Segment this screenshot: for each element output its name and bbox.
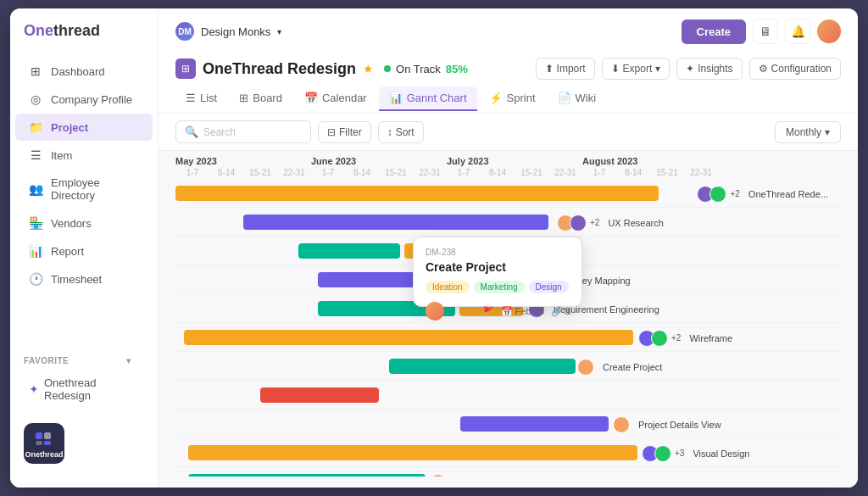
gantt-bar-onethread <box>175 186 659 201</box>
svg-rect-0 <box>36 432 42 439</box>
gantt-bar-dribbble <box>188 474 426 477</box>
tab-gantt[interactable]: 📊 Gannt Chart <box>379 86 477 111</box>
sprint-icon: ⚡ <box>489 92 503 104</box>
flag-icon: 🚩 <box>482 306 494 317</box>
item-icon: ☰ <box>29 148 42 162</box>
avatar-group-visual <box>642 445 671 462</box>
month-june: June 2023 1-7 8-14 15-21 22-31 <box>311 156 447 177</box>
import-button[interactable]: ⬆ Import <box>536 58 595 80</box>
dashboard-icon: ⊞ <box>29 64 42 78</box>
monthly-toggle[interactable]: Monthly ▾ <box>775 121 841 143</box>
gantt-bar-ux-research <box>243 215 548 230</box>
create-button[interactable]: Create <box>682 20 746 44</box>
footer-logo: Onethread <box>24 423 64 464</box>
sort-button[interactable]: ↕ Sort <box>378 121 424 143</box>
vendors-icon: 🏪 <box>29 216 42 230</box>
board-icon: ⊞ <box>239 92 248 104</box>
link-icon: 🔗 <box>551 306 563 317</box>
sidebar-item-vendors[interactable]: 🏪 Vendors <box>15 209 153 237</box>
calendar-icon: 📅 <box>304 92 318 104</box>
sidebar-item-project[interactable]: 📁 Project <box>15 114 153 141</box>
avatar <box>709 186 726 203</box>
tab-wiki[interactable]: 📄 Wiki <box>548 86 607 111</box>
calendar-icon: 📅 <box>501 306 513 317</box>
avatar <box>654 445 671 462</box>
app-logo: Onethread <box>10 22 158 57</box>
tab-list[interactable]: ☰ List <box>175 86 227 111</box>
project-meta-actions: ⬆ Import ⬇ Export ▾ ✦ Insights ⚙ Confi <box>536 58 841 80</box>
avatar <box>651 330 668 347</box>
wiki-icon: 📄 <box>558 92 571 104</box>
sidebar-item-company-profile[interactable]: ◎ Company Profile <box>15 86 153 113</box>
export-button[interactable]: ⬇ Export ▾ <box>602 58 670 80</box>
project-header: ⊞ OneThread Redesign ★ On Track 85% ⬆ Im… <box>175 51 841 85</box>
insights-icon: ✦ <box>686 63 694 75</box>
sidebar-item-report[interactable]: 📊 Report <box>15 237 153 265</box>
gantt-chart-area: May 2023 1-7 8-14 15-21 22-31 June 2023 <box>159 151 858 488</box>
avatar-group-create <box>577 359 594 376</box>
month-may: May 2023 1-7 8-14 15-21 22-31 <box>175 156 311 177</box>
list-icon: ☰ <box>186 92 196 104</box>
popup-badges: Ideation Marketing Design <box>426 281 570 293</box>
project-star-icon[interactable]: ★ <box>363 62 374 75</box>
gantt-toolbar: 🔍 Search ⊟ Filter ↕ Sort Monthly ▾ <box>159 114 858 151</box>
employee-icon: 👥 <box>29 182 42 196</box>
insights-button[interactable]: ✦ Insights <box>676 58 742 80</box>
sidebar-item-dashboard[interactable]: ⊞ Dashboard <box>15 58 153 85</box>
user-avatar[interactable] <box>817 20 841 43</box>
gantt-bar-visual-design <box>188 445 637 460</box>
sidebar-item-employee-directory[interactable]: 👥 Employee Directory <box>15 170 153 209</box>
sidebar-footer: Onethread <box>10 413 158 474</box>
avatar <box>613 416 630 433</box>
monthly-dropdown-icon: ▾ <box>825 126 830 138</box>
screen-icon-btn[interactable]: 🖥 <box>753 19 778 44</box>
gantt-row-visual-design: +3 Visual Design <box>175 438 841 467</box>
avatar-group-dribbble <box>430 474 447 477</box>
avatar-group-ux <box>557 215 587 231</box>
gantt-icon: 📊 <box>389 92 403 104</box>
workspace-avatar: DM <box>175 22 194 41</box>
tab-board[interactable]: ⊞ Board <box>229 86 292 111</box>
gantt-row-ux-research: +2 UX Research <box>175 208 841 237</box>
tab-sprint[interactable]: ⚡ Sprint <box>479 86 546 111</box>
favorites-toggle[interactable]: ▾ <box>126 356 131 365</box>
configuration-button[interactable]: ⚙ Configuration <box>749 58 841 80</box>
filter-icon: ⊟ <box>327 126 336 138</box>
sidebar-nav: ⊞ Dashboard ◎ Company Profile 📁 Project … <box>10 57 158 343</box>
export-icon: ⬇ <box>611 63 620 75</box>
gantt-timeline-header: May 2023 1-7 8-14 15-21 22-31 June 2023 <box>175 151 841 179</box>
gantt-row-project-details: Project Details View <box>175 410 841 438</box>
avatar <box>570 215 587 231</box>
sort-icon: ↕ <box>387 126 392 138</box>
status-dot-icon <box>384 65 391 72</box>
footer-logo-icon <box>32 429 56 448</box>
avatar-group-wireframe <box>638 330 668 347</box>
company-icon: ◎ <box>29 92 42 106</box>
extra-count: +2 <box>730 189 739 198</box>
workspace-selector[interactable]: DM Design Monks ▾ <box>175 22 281 41</box>
export-dropdown-icon: ▾ <box>655 63 660 75</box>
notification-icon-btn[interactable]: 🔔 <box>785 19 810 44</box>
sidebar-item-onethread-redesign[interactable]: ✦ Onethread Redesign <box>15 370 153 409</box>
filter-button[interactable]: ⊟ Filter <box>318 121 371 143</box>
search-box[interactable]: 🔍 Search <box>175 120 311 143</box>
svg-rect-3 <box>44 441 51 445</box>
avatar-group-details <box>613 416 630 433</box>
gantt-row-red: DM-238 Create Project Ideation Marketing… <box>175 381 841 410</box>
gantt-bar-create-project <box>389 359 576 374</box>
project-type-icon: ⊞ <box>175 59 196 79</box>
header: DM Design Monks ▾ Create 🖥 🔔 ⊞ OneThread… <box>159 8 858 114</box>
popup-user-avatar <box>426 302 444 320</box>
month-july: July 2023 1-7 8-14 15-21 22-31 <box>447 156 582 177</box>
header-top-bar: DM Design Monks ▾ Create 🖥 🔔 <box>175 8 841 51</box>
favorite-star-icon: ✦ <box>29 382 39 396</box>
tab-calendar[interactable]: 📅 Calendar <box>294 86 377 111</box>
sidebar-item-item[interactable]: ☰ Item <box>15 142 153 169</box>
sidebar-item-timesheet[interactable]: 🕐 Timesheet <box>15 265 153 293</box>
project-title: OneThread Redesign <box>203 60 356 78</box>
gantt-row-onethread: +2 OneThread Rede... <box>175 179 841 208</box>
popup-footer: 🚩 📅 Feb 18 🔗 3 <box>426 302 570 320</box>
timesheet-icon: 🕐 <box>29 272 42 286</box>
gantt-row-create-project: Create Project <box>175 352 841 381</box>
sidebar-favorites-section: FAVORITE ▾ ✦ Onethread Redesign <box>10 343 158 413</box>
